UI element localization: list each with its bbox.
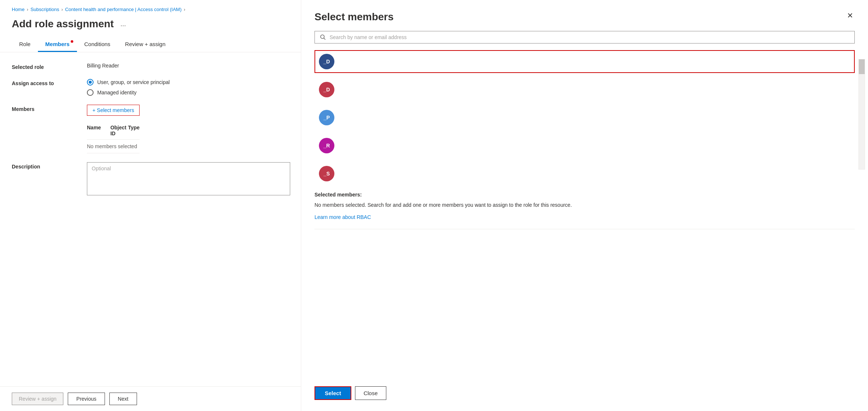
selected-role-value: Billing Reader: [87, 63, 119, 69]
search-box[interactable]: [314, 31, 855, 43]
next-button[interactable]: Next: [109, 393, 137, 405]
avatar-item-2[interactable]: _P: [314, 106, 855, 129]
panel-title: Select members: [314, 11, 394, 23]
table-empty-row: No members selected: [87, 140, 140, 153]
tab-review-label: Review + assign: [125, 41, 166, 47]
members-row: Members + Select members Name Object ID …: [12, 105, 290, 153]
description-row: Description: [12, 162, 290, 195]
breadcrumb-iam[interactable]: Content health and performance | Access …: [65, 7, 182, 12]
scroll-track[interactable]: [858, 59, 865, 170]
assign-access-row: Assign access to User, group, or service…: [12, 79, 290, 96]
radio-user[interactable]: User, group, or service principal: [87, 79, 170, 86]
avatar-item-0[interactable]: _D: [314, 50, 855, 73]
avatar-item-3[interactable]: _R: [314, 134, 855, 157]
bottom-bar: Review + assign Previous Next: [0, 386, 302, 411]
breadcrumb-home[interactable]: Home: [12, 7, 25, 12]
search-input[interactable]: [330, 34, 849, 40]
description-textarea[interactable]: [87, 162, 290, 195]
radio-managed[interactable]: Managed identity: [87, 89, 170, 96]
breadcrumb-sep-1: ›: [27, 7, 28, 12]
search-icon: [320, 34, 326, 40]
tab-members-dot: [71, 40, 73, 43]
col-name-header: Name: [87, 125, 110, 136]
col-type-header: Type: [128, 125, 140, 136]
assign-access-label: Assign access to: [12, 79, 78, 86]
tab-role-label: Role: [19, 41, 31, 47]
avatar-item-1[interactable]: _D: [314, 78, 855, 101]
radio-user-label: User, group, or service principal: [97, 79, 170, 85]
page-title: Add role assignment: [12, 18, 114, 30]
close-button[interactable]: Close: [355, 386, 386, 400]
members-content: + Select members Name Object ID Type No …: [87, 105, 140, 153]
avatar-circle-3: _R: [319, 138, 334, 153]
selected-members-desc: No members selected. Search for and add …: [314, 201, 855, 209]
selected-members-label: Selected members:: [314, 192, 855, 198]
review-assign-button[interactable]: Review + assign: [12, 393, 63, 405]
previous-button[interactable]: Previous: [68, 393, 105, 405]
avatar-list: _D _D _P _R _S: [314, 50, 855, 185]
table-header: Name Object ID Type: [87, 122, 140, 140]
select-members-button[interactable]: + Select members: [87, 105, 140, 116]
radio-managed-circle: [87, 89, 94, 96]
panel-divider: [314, 229, 855, 229]
members-table: Name Object ID Type No members selected: [87, 122, 140, 153]
svg-line-1: [324, 38, 326, 40]
selected-role-label: Selected role: [12, 63, 78, 70]
table-empty-message: No members selected: [87, 143, 140, 149]
main-content: Selected role Billing Reader Assign acce…: [0, 63, 302, 195]
breadcrumb-subscriptions[interactable]: Subscriptions: [31, 7, 59, 12]
avatar-circle-0: _D: [319, 54, 334, 69]
members-label: Members: [12, 105, 78, 112]
breadcrumb-sep-2: ›: [62, 7, 63, 12]
right-panel: Select members ✕ _D _D _P _R _S Selected…: [301, 0, 868, 411]
col-objectid-header: Object ID: [110, 125, 128, 136]
breadcrumb-sep-3: ›: [184, 7, 185, 12]
select-button[interactable]: Select: [314, 386, 351, 400]
avatar-circle-4: _S: [319, 166, 334, 181]
description-label: Description: [12, 162, 78, 170]
learn-more-rbac[interactable]: Learn more about RBAC: [314, 214, 855, 220]
avatar-circle-1: _D: [319, 82, 334, 97]
tab-conditions-label: Conditions: [84, 41, 110, 47]
tab-conditions[interactable]: Conditions: [77, 37, 118, 52]
radio-group: User, group, or service principal Manage…: [87, 79, 170, 96]
radio-managed-label: Managed identity: [97, 90, 137, 95]
tab-members-label: Members: [45, 41, 70, 47]
tab-role[interactable]: Role: [12, 37, 38, 52]
scroll-thumb: [859, 59, 865, 74]
tab-review[interactable]: Review + assign: [118, 37, 173, 52]
panel-header: Select members ✕: [314, 11, 855, 23]
close-panel-icon[interactable]: ✕: [846, 11, 855, 20]
panel-bottom-buttons: Select Close: [314, 386, 855, 400]
tab-members[interactable]: Members: [38, 37, 77, 52]
ellipsis-button[interactable]: ...: [118, 20, 128, 29]
radio-user-circle: [87, 79, 94, 86]
selected-role-row: Selected role Billing Reader: [12, 63, 290, 70]
avatar-circle-2: _P: [319, 110, 334, 125]
avatar-item-4[interactable]: _S: [314, 162, 855, 185]
